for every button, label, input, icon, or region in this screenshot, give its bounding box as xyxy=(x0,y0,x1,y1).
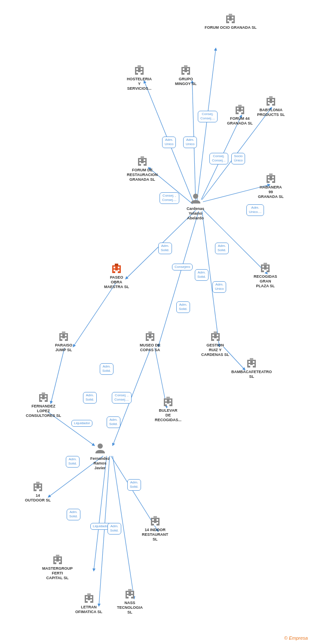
badge-adm-unico-habanera[interactable]: Adm.Unico.... xyxy=(246,204,264,216)
svg-rect-39 xyxy=(183,71,184,73)
node-recogidas-gran[interactable]: RECOGIDASGRANPLAZA SL xyxy=(254,261,277,288)
svg-rect-34 xyxy=(138,72,141,75)
node-14-outdoor[interactable]: 14OUTDOOR SL xyxy=(25,480,51,503)
svg-rect-142 xyxy=(153,516,157,518)
node-nass[interactable]: NASSTECNOLOGIASL xyxy=(117,587,143,614)
svg-rect-27 xyxy=(229,21,232,23)
svg-rect-133 xyxy=(39,488,41,489)
svg-rect-37 xyxy=(183,68,184,70)
badge-adm-solid-4[interactable]: Adm.Solid. xyxy=(176,301,190,313)
svg-rect-117 xyxy=(40,398,42,400)
svg-rect-46 xyxy=(268,102,270,104)
badge-adm-unico-1[interactable]: Adm.Unico xyxy=(162,137,176,148)
svg-rect-146 xyxy=(55,561,56,562)
svg-rect-158 xyxy=(127,592,129,594)
svg-rect-145 xyxy=(59,558,61,559)
svg-rect-98 xyxy=(149,338,151,341)
svg-rect-130 xyxy=(35,485,37,486)
svg-rect-26 xyxy=(232,20,233,21)
svg-rect-97 xyxy=(151,337,153,339)
svg-rect-59 xyxy=(144,159,145,161)
badge-adm-solid-5[interactable]: Adm.Solid. xyxy=(100,363,114,375)
node-habanera[interactable]: HABANERA99GRANADA SL xyxy=(258,172,284,199)
svg-rect-75 xyxy=(114,270,115,271)
svg-rect-91 xyxy=(62,338,65,341)
badge-consej-museo[interactable]: Consej. ,Consej.... xyxy=(112,392,132,404)
svg-rect-148 xyxy=(56,562,59,564)
badge-liquidador-1[interactable]: Liquidador xyxy=(71,420,92,427)
svg-rect-126 xyxy=(167,404,169,406)
node-fernandez-lopez[interactable]: FERNANDEZLOPEZCONSULTORES SL xyxy=(26,391,61,418)
svg-rect-108 xyxy=(249,361,250,363)
svg-rect-90 xyxy=(65,337,67,339)
svg-rect-68 xyxy=(272,179,274,181)
badge-consejero[interactable]: Consejero xyxy=(172,264,193,270)
node-letran[interactable]: LETRANOFIMATICA SL xyxy=(75,592,102,614)
badge-adm-solid-fl[interactable]: Adm.Solid. xyxy=(83,392,97,404)
svg-rect-73 xyxy=(114,267,115,268)
node-bambacafe[interactable]: BAMBACAFETEATROSL xyxy=(231,356,272,379)
badge-consej-1[interactable]: Consej.Consej.... xyxy=(198,111,218,122)
svg-rect-112 xyxy=(250,365,253,368)
node-grupo-mingoy[interactable]: GRUPOMINGOY SL xyxy=(175,64,196,86)
svg-rect-118 xyxy=(45,398,46,400)
svg-rect-156 xyxy=(87,593,91,595)
node-gestion-ruiz[interactable]: GESTIONRUIZ YCARDENAS SL xyxy=(201,330,229,357)
svg-rect-67 xyxy=(268,179,270,181)
node-paraiso-jump[interactable]: PARAISOJUMP SL xyxy=(55,330,72,352)
node-forum44[interactable]: FORUM 44GRANADA SL xyxy=(227,103,253,126)
svg-line-9 xyxy=(158,211,199,347)
badge-adm-solid-museo2[interactable]: Adm.Solid. xyxy=(107,416,120,428)
node-14-indoor-restaurant[interactable]: 14 INDOORRESTAURANTSL xyxy=(142,514,168,541)
node-paseo-obra[interactable]: PASEOOBRAMAESTRA SL xyxy=(104,262,129,289)
svg-rect-160 xyxy=(127,595,129,597)
badge-consej-forum[interactable]: Consej. ,Consej.... xyxy=(160,192,179,204)
svg-rect-139 xyxy=(152,522,154,524)
svg-rect-153 xyxy=(86,599,88,601)
svg-rect-141 xyxy=(154,523,156,526)
node-mastergroup[interactable]: MASTERGROUPFERTICAPITAL SL xyxy=(42,553,73,580)
badge-adm-solid-fr4[interactable]: Adm.Solid. xyxy=(107,523,121,535)
svg-rect-84 xyxy=(264,270,267,272)
svg-line-13 xyxy=(73,283,116,347)
svg-rect-152 xyxy=(90,596,92,598)
svg-rect-134 xyxy=(37,489,39,491)
node-bulevar[interactable]: BULEVARDERECOGIDAS... xyxy=(155,395,181,422)
node-fernandez-ramos[interactable]: FernandezRamosJavier xyxy=(90,442,110,470)
svg-rect-101 xyxy=(212,334,214,336)
svg-rect-62 xyxy=(141,163,144,166)
node-cardenas[interactable]: CardenasYelamoAbelardo xyxy=(187,192,204,220)
badge-adm-solid-2[interactable]: Adm.Solid. xyxy=(215,243,229,254)
svg-rect-140 xyxy=(156,522,158,524)
badge-adm-unico-3[interactable]: Adm.Unico xyxy=(212,281,226,293)
badge-adm-unico-2[interactable]: Adm.Unico xyxy=(183,137,197,148)
badge-adm-solid-fr1[interactable]: Adm.Solid. xyxy=(66,456,80,468)
svg-rect-38 xyxy=(187,68,189,70)
svg-rect-110 xyxy=(249,364,250,366)
node-museo-copas[interactable]: MUSEO DECOPAS SA xyxy=(140,330,160,352)
node-babylonia[interactable]: BABYLONIAPRODUCTS SL xyxy=(257,94,285,117)
svg-rect-105 xyxy=(214,338,217,341)
badge-adm-solid-fr2[interactable]: Adm.Solid. xyxy=(127,479,141,491)
svg-rect-115 xyxy=(40,395,42,397)
svg-rect-85 xyxy=(264,263,267,265)
node-hosteleria[interactable]: HOSTELERIAYSERVICIOS... xyxy=(127,64,152,91)
svg-rect-52 xyxy=(241,108,243,109)
svg-rect-92 xyxy=(62,331,65,334)
node-forum-ocio[interactable]: FORUM OCIO GRANADA SL xyxy=(205,12,257,30)
badge-adm-solid-1[interactable]: Adm.Solid. xyxy=(158,243,172,254)
badge-adm-solid-3[interactable]: Adm.Solid. xyxy=(195,269,209,281)
svg-rect-87 xyxy=(61,334,62,336)
svg-rect-135 xyxy=(36,482,40,484)
badge-socio-unico[interactable]: SocioÚnico xyxy=(231,153,245,164)
svg-rect-66 xyxy=(272,176,274,178)
node-forum-restauracion[interactable]: FORUM DERESTAURACIONGRANADA SL xyxy=(127,155,158,182)
svg-rect-44 xyxy=(268,99,270,101)
svg-rect-47 xyxy=(272,102,274,104)
svg-rect-163 xyxy=(128,589,132,591)
svg-rect-119 xyxy=(42,399,45,402)
svg-rect-25 xyxy=(227,20,229,21)
badge-adm-solid-fr3[interactable]: Adm.Solid. xyxy=(67,509,80,520)
svg-rect-54 xyxy=(241,111,243,112)
badge-consej-2[interactable]: Consej.Consej... xyxy=(209,153,228,164)
